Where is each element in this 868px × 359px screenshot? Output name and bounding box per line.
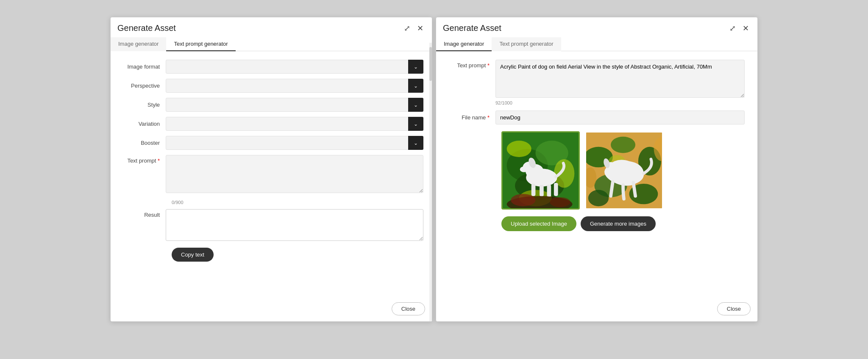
- char-count-left: 0/900: [172, 200, 423, 205]
- left-scrollbar[interactable]: [429, 43, 432, 321]
- right-footer-row: Close: [443, 302, 751, 315]
- tab-image-generator-left[interactable]: Image generator: [111, 37, 166, 51]
- result-textarea[interactable]: [166, 209, 423, 241]
- right-dialog: Generate Asset ⤢ ✕ Image generator Text …: [436, 17, 758, 322]
- variation-field: ⌄: [166, 117, 423, 131]
- text-prompt-label-right: Text prompt *: [449, 60, 495, 69]
- style-field: ⌄: [166, 98, 423, 112]
- left-scrollbar-thumb[interactable]: [429, 47, 432, 81]
- svg-rect-11: [540, 185, 544, 196]
- image-format-arrow[interactable]: ⌄: [408, 60, 423, 74]
- perspective-select-wrapper: ⌄: [166, 79, 423, 93]
- style-select[interactable]: [166, 98, 423, 112]
- svg-rect-12: [547, 185, 551, 197]
- left-tabs: Image generator Text prompt generator: [111, 37, 432, 51]
- svg-point-21: [611, 137, 635, 153]
- image-canvas-2: [586, 133, 662, 208]
- right-dialog-controls: ⤢ ✕: [728, 24, 751, 33]
- style-row: Style ⌄: [119, 98, 423, 112]
- text-prompt-textarea-left[interactable]: [166, 155, 423, 193]
- left-dialog: Generate Asset ⤢ ✕ Image generator Text …: [110, 17, 432, 322]
- upload-selected-image-button[interactable]: Upload selected Image: [501, 216, 576, 231]
- image-format-label: Image format: [119, 64, 166, 70]
- left-dialog-controls: ⤢ ✕: [402, 24, 425, 33]
- file-name-field: [495, 110, 745, 124]
- left-footer-row: Close: [117, 302, 425, 315]
- perspective-select[interactable]: [166, 79, 423, 93]
- variation-arrow[interactable]: ⌄: [408, 117, 423, 131]
- text-prompt-row-right: Text prompt * Acrylic Paint of dog on fi…: [449, 60, 745, 105]
- style-select-wrapper: ⌄: [166, 98, 423, 112]
- left-dialog-header: Generate Asset ⤢ ✕: [111, 17, 432, 33]
- svg-point-4: [507, 141, 531, 157]
- booster-arrow[interactable]: ⌄: [408, 136, 423, 150]
- text-prompt-label-left: Text prompt *: [119, 155, 166, 164]
- right-expand-button[interactable]: ⤢: [728, 24, 737, 33]
- svg-rect-10: [531, 184, 536, 196]
- text-prompt-row-left: Text prompt *: [119, 155, 423, 195]
- text-prompt-required-left: *: [158, 157, 160, 164]
- right-dialog-body: Text prompt * Acrylic Paint of dog on fi…: [436, 51, 757, 298]
- booster-label: Booster: [119, 140, 166, 146]
- perspective-field: ⌄: [166, 79, 423, 93]
- tab-text-prompt-generator-right[interactable]: Text prompt generator: [492, 37, 561, 51]
- booster-row: Booster ⌄: [119, 136, 423, 150]
- variation-select[interactable]: [166, 117, 423, 131]
- result-row: Result: [119, 209, 423, 243]
- image-thumb-1[interactable]: [501, 131, 580, 210]
- generate-more-images-button[interactable]: Generate more images: [581, 216, 656, 231]
- char-count-right: 92/1000: [495, 100, 745, 105]
- right-tabs: Image generator Text prompt generator: [436, 37, 757, 51]
- variation-label: Variation: [119, 121, 166, 127]
- image-canvas-1: [503, 133, 579, 208]
- perspective-row: Perspective ⌄: [119, 79, 423, 93]
- left-close-button[interactable]: Close: [392, 302, 425, 315]
- copy-text-area: Copy text: [172, 248, 423, 262]
- result-field: [166, 209, 423, 243]
- copy-text-button[interactable]: Copy text: [172, 248, 214, 262]
- result-label: Result: [119, 209, 166, 218]
- booster-select[interactable]: [166, 136, 423, 150]
- text-prompt-required-right: *: [487, 62, 490, 69]
- text-prompt-textarea-right[interactable]: Acrylic Paint of dog on field Aerial Vie…: [495, 60, 745, 98]
- svg-rect-13: [554, 183, 558, 196]
- image-format-row: Image format ⌄: [119, 60, 423, 74]
- right-dialog-title: Generate Asset: [443, 23, 501, 33]
- variation-select-wrapper: ⌄: [166, 117, 423, 131]
- booster-field: ⌄: [166, 136, 423, 150]
- svg-point-14: [520, 166, 528, 172]
- text-prompt-field-left: [166, 155, 423, 195]
- images-row: [501, 131, 745, 210]
- image-format-field: ⌄: [166, 60, 423, 74]
- text-prompt-field-right: Acrylic Paint of dog on field Aerial Vie…: [495, 60, 745, 105]
- right-close-button[interactable]: Close: [717, 302, 751, 315]
- booster-select-wrapper: ⌄: [166, 136, 423, 150]
- image-format-select-wrapper: ⌄: [166, 60, 423, 74]
- action-buttons: Upload selected Image Generate more imag…: [501, 216, 745, 231]
- perspective-label: Perspective: [119, 83, 166, 89]
- file-name-row: File name *: [449, 110, 745, 124]
- svg-point-18: [550, 197, 570, 207]
- image-format-select[interactable]: [166, 60, 423, 74]
- left-expand-button[interactable]: ⤢: [402, 24, 412, 33]
- svg-point-17: [511, 194, 535, 206]
- image-thumb-2[interactable]: [585, 131, 663, 210]
- style-label: Style: [119, 102, 166, 108]
- file-name-label: File name *: [449, 114, 495, 121]
- tab-text-prompt-generator-left[interactable]: Text prompt generator: [166, 37, 235, 51]
- left-dialog-title: Generate Asset: [117, 23, 176, 33]
- right-dialog-header: Generate Asset ⤢ ✕: [436, 17, 757, 33]
- file-name-required: *: [487, 114, 490, 121]
- left-dialog-body: Image format ⌄ Perspective ⌄ Style: [111, 51, 432, 298]
- tab-image-generator-right[interactable]: Image generator: [436, 37, 492, 51]
- right-close-x-button[interactable]: ✕: [741, 24, 751, 33]
- perspective-arrow[interactable]: ⌄: [408, 79, 423, 93]
- style-arrow[interactable]: ⌄: [408, 98, 423, 112]
- file-name-input[interactable]: [495, 110, 745, 124]
- svg-point-25: [588, 190, 609, 206]
- variation-row: Variation ⌄: [119, 117, 423, 131]
- left-dialog-footer: Close: [111, 298, 432, 321]
- right-dialog-footer: Close: [436, 298, 757, 321]
- left-close-x-button[interactable]: ✕: [415, 24, 425, 33]
